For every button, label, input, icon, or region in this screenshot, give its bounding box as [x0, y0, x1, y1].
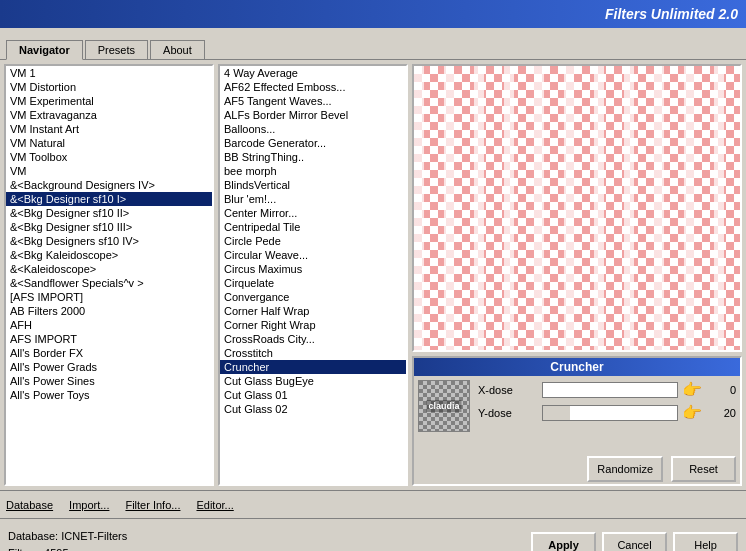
filter-thumbnail: claudia [418, 380, 470, 432]
filter-item[interactable]: BB StringThing.. [220, 150, 406, 164]
category-item[interactable]: VM [6, 164, 212, 178]
ydose-hand-icon: 👉 [682, 403, 702, 422]
category-item[interactable]: All's Power Grads [6, 360, 212, 374]
category-item[interactable]: AFS IMPORT [6, 332, 212, 346]
category-item[interactable]: VM Extravaganza [6, 108, 212, 122]
right-panel: Cruncher claudia X-dose [412, 64, 742, 486]
category-item[interactable]: [AFS IMPORT] [6, 290, 212, 304]
xdose-value: 0 [706, 384, 736, 396]
ydose-label: Y-dose [478, 407, 538, 419]
ydose-value: 20 [706, 407, 736, 419]
randomize-button[interactable]: Randomize [587, 456, 663, 482]
category-list[interactable]: VM 1VM DistortionVM ExperimentalVM Extra… [6, 66, 212, 484]
preview-area [412, 64, 742, 352]
tab-about[interactable]: About [150, 40, 205, 59]
status-info: Database: ICNET-Filters Filters: 4595 [8, 528, 523, 551]
filter-item[interactable]: BlindsVertical [220, 178, 406, 192]
import-button[interactable]: Import... [69, 499, 109, 511]
bottom-buttons: Apply Cancel Help [531, 532, 738, 552]
filter-item[interactable]: Cut Glass BugEye [220, 374, 406, 388]
filter-item[interactable]: Cut Glass 01 [220, 388, 406, 402]
filter-list-panel: 4 Way AverageAF62 Effected Emboss...AF5 … [218, 64, 408, 486]
filter-item[interactable]: AF5 Tangent Waves... [220, 94, 406, 108]
category-item[interactable]: &<Bkg Designer sf10 II> [6, 206, 212, 220]
tab-bar: Navigator Presets About [0, 28, 746, 60]
help-button[interactable]: Help [673, 532, 738, 552]
filter-item[interactable]: Corner Right Wrap [220, 318, 406, 332]
preview-checker [414, 66, 740, 350]
filters-status: Filters: 4595 [8, 545, 523, 552]
category-item[interactable]: AFH [6, 318, 212, 332]
filter-item[interactable]: ALFs Border Mirror Bevel [220, 108, 406, 122]
category-item[interactable]: VM Natural [6, 136, 212, 150]
filter-item[interactable]: Circular Weave... [220, 248, 406, 262]
thumb-label: claudia [426, 400, 461, 412]
filter-name-bar: Cruncher [414, 358, 740, 376]
thumb-checker-bg: claudia [419, 381, 469, 431]
category-item[interactable]: VM Toolbox [6, 150, 212, 164]
filter-item[interactable]: bee morph [220, 164, 406, 178]
category-item[interactable]: All's Power Toys [6, 388, 212, 402]
xdose-hand-icon: 👉 [682, 380, 702, 399]
status-bar: Database: ICNET-Filters Filters: 4595 Ap… [0, 518, 746, 551]
filter-preview-row: claudia X-dose 👉 0 [414, 376, 740, 456]
xdose-label: X-dose [478, 384, 538, 396]
category-item[interactable]: &<Background Designers IV> [6, 178, 212, 192]
randomize-reset-bar: Randomize Reset [414, 456, 740, 484]
filter-item[interactable]: Convergance [220, 290, 406, 304]
filter-item[interactable]: 4 Way Average [220, 66, 406, 80]
database-status: Database: ICNET-Filters [8, 528, 523, 545]
apply-button[interactable]: Apply [531, 532, 596, 552]
reset-button[interactable]: Reset [671, 456, 736, 482]
category-list-container: VM 1VM DistortionVM ExperimentalVM Extra… [6, 66, 212, 484]
app-window: Filters Unlimited 2.0 Navigator Presets … [0, 0, 746, 551]
filter-item[interactable]: Corner Half Wrap [220, 304, 406, 318]
filter-item[interactable]: Balloons... [220, 122, 406, 136]
filter-item[interactable]: Centripedal Tile [220, 220, 406, 234]
ydose-fill [543, 406, 570, 420]
category-item[interactable]: &<Kaleidoscope> [6, 262, 212, 276]
filter-params: X-dose 👉 0 Y-dose [478, 380, 736, 452]
filter-item[interactable]: Barcode Generator... [220, 136, 406, 150]
filter-item[interactable]: AF62 Effected Emboss... [220, 80, 406, 94]
filter-info-panel: Cruncher claudia X-dose [412, 356, 742, 486]
filter-item[interactable]: Circle Pede [220, 234, 406, 248]
xdose-slider[interactable] [542, 382, 678, 398]
main-content: VM 1VM DistortionVM ExperimentalVM Extra… [0, 60, 746, 490]
filter-item[interactable]: Blur 'em!... [220, 192, 406, 206]
editor-button[interactable]: Editor... [196, 499, 233, 511]
database-button[interactable]: Database [6, 499, 53, 511]
filter-list[interactable]: 4 Way AverageAF62 Effected Emboss...AF5 … [220, 66, 406, 484]
filter-info-button[interactable]: Filter Info... [125, 499, 180, 511]
category-item[interactable]: &<Bkg Designer sf10 I> [6, 192, 212, 206]
filter-item[interactable]: Center Mirror... [220, 206, 406, 220]
category-item[interactable]: VM 1 [6, 66, 212, 80]
title-text: Filters Unlimited 2.0 [605, 6, 738, 22]
category-item[interactable]: &<Bkg Designers sf10 IV> [6, 234, 212, 248]
title-bar: Filters Unlimited 2.0 [0, 0, 746, 28]
category-list-panel: VM 1VM DistortionVM ExperimentalVM Extra… [4, 64, 214, 486]
category-item[interactable]: All's Power Sines [6, 374, 212, 388]
toolbar: Database Import... Filter Info... Editor… [0, 490, 746, 518]
filter-item[interactable]: Circus Maximus [220, 262, 406, 276]
ydose-slider[interactable] [542, 405, 678, 421]
category-item[interactable]: &<Bkg Kaleidoscope> [6, 248, 212, 262]
filter-item[interactable]: Cruncher [220, 360, 406, 374]
filter-item[interactable]: Cut Glass 02 [220, 402, 406, 416]
filter-item[interactable]: Crosstitch [220, 346, 406, 360]
category-item[interactable]: AB Filters 2000 [6, 304, 212, 318]
ydose-row: Y-dose 👉 20 [478, 403, 736, 422]
cancel-button[interactable]: Cancel [602, 532, 667, 552]
filter-list-container: 4 Way AverageAF62 Effected Emboss...AF5 … [220, 66, 406, 484]
category-item[interactable]: &<Sandflower Specials^v > [6, 276, 212, 290]
category-item[interactable]: VM Experimental [6, 94, 212, 108]
category-item[interactable]: VM Instant Art [6, 122, 212, 136]
category-item[interactable]: VM Distortion [6, 80, 212, 94]
tab-navigator[interactable]: Navigator [6, 40, 83, 60]
category-item[interactable]: All's Border FX [6, 346, 212, 360]
tab-presets[interactable]: Presets [85, 40, 148, 59]
category-item[interactable]: &<Bkg Designer sf10 III> [6, 220, 212, 234]
xdose-row: X-dose 👉 0 [478, 380, 736, 399]
filter-item[interactable]: Cirquelate [220, 276, 406, 290]
filter-item[interactable]: CrossRoads City... [220, 332, 406, 346]
